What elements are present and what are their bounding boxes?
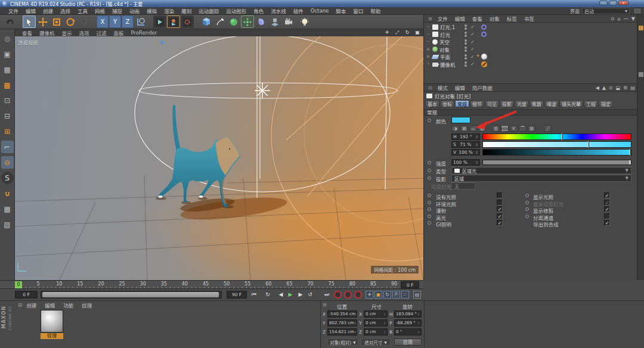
om-menu-item[interactable]: 文件 <box>434 15 451 22</box>
next-frame-button[interactable]: ▶ <box>296 290 305 299</box>
enable-check[interactable]: ✓ <box>470 54 475 60</box>
am-back-icon[interactable]: ◀ <box>596 85 599 91</box>
lock-x-axis[interactable]: X <box>97 15 109 28</box>
dock-icon[interactable] <box>639 26 643 30</box>
am-gear-icon[interactable]: ⚙ <box>623 85 627 91</box>
viewport-menu-item[interactable]: 查看 <box>18 29 36 36</box>
menu-item[interactable]: 文件 <box>5 7 22 14</box>
intensity-field[interactable]: 100 %⇕ <box>451 159 480 166</box>
material-menu-item[interactable]: 纹理 <box>78 302 96 309</box>
keyframe-selection-button[interactable] <box>354 291 362 299</box>
am-up-icon[interactable]: ▲ <box>602 85 606 91</box>
compact-mode-icon[interactable]: ▧ <box>528 125 535 132</box>
visibility-dots[interactable] <box>464 24 467 30</box>
om-menu-item[interactable]: 查看 <box>469 15 486 22</box>
om-menu-item[interactable]: 编辑 <box>451 15 469 22</box>
play-button[interactable]: ▶ <box>286 290 295 299</box>
position-y-field[interactable]: 802.783 cm⇕ <box>327 319 357 327</box>
shadow-dropdown[interactable]: 区域▼ <box>451 175 631 182</box>
render-view-button[interactable] <box>153 15 166 28</box>
camera-menu[interactable] <box>282 15 295 28</box>
hsv-gradient-slider[interactable] <box>482 141 631 148</box>
toggle-view-icon[interactable]: ▣ <box>414 30 421 35</box>
render-picture-viewer-button[interactable] <box>167 15 180 28</box>
key-pla-toggle[interactable]: ∷ <box>401 291 409 299</box>
viewport-menu-item[interactable]: ProRender <box>128 30 161 36</box>
object-tag[interactable] <box>481 24 487 30</box>
lock-z-axis[interactable]: Z <box>122 15 134 28</box>
checkbox[interactable]: ✓ <box>604 200 610 206</box>
checkbox[interactable] <box>497 200 503 206</box>
mix-mode-icon[interactable]: ▔ <box>519 125 527 132</box>
hsv-value-field[interactable]: S71 %⇕ <box>451 141 480 148</box>
visibility-dots[interactable] <box>464 31 467 38</box>
om-search-icon[interactable]: ⊙ <box>611 16 615 21</box>
checkbox[interactable] <box>497 192 503 198</box>
points-mode-button[interactable]: ⊟ <box>1 110 14 122</box>
checkbox[interactable]: ✓ <box>497 206 503 212</box>
size-x-field[interactable]: 0 cm⇕ <box>364 310 388 318</box>
material-menu-item[interactable]: 创建 <box>22 302 41 309</box>
live-selection-tool[interactable] <box>23 15 36 28</box>
om-menu-item[interactable]: 标签 <box>503 15 521 22</box>
enable-check[interactable]: ✓ <box>470 32 475 37</box>
size-y-field[interactable]: 0 cm⇕ <box>364 319 388 327</box>
render-region-tool[interactable]: ◍ <box>1 32 14 45</box>
workplane-mode-button[interactable]: ⊡ <box>1 94 14 107</box>
anim-dot[interactable] <box>428 119 431 122</box>
coord-mode-dropdown[interactable]: 对象(相对)▼ <box>327 338 358 346</box>
layout-dropdown[interactable]: 启动▾ <box>582 8 630 14</box>
attribute-tab[interactable]: 指定 <box>599 100 613 107</box>
position-x-field[interactable]: -540.354 cm⇕ <box>327 310 357 318</box>
end-frame-field[interactable]: 90 F <box>227 291 247 299</box>
hsv-gradient-slider[interactable] <box>482 149 631 156</box>
checkbox[interactable]: ✓ <box>604 220 610 226</box>
menu-item[interactable]: 创建 <box>39 7 57 14</box>
am-menu-item[interactable]: 模式 <box>434 84 451 91</box>
panel-icon[interactable]: ⊞ <box>18 302 22 308</box>
make-editable-button[interactable]: ▣ <box>1 48 14 60</box>
workplane-rotate-button[interactable]: ▧ <box>1 218 14 231</box>
menu-item[interactable]: 编辑 <box>22 7 39 14</box>
checkbox[interactable]: ✓ <box>604 206 610 212</box>
color-wheel-icon[interactable]: ◑ <box>451 125 459 132</box>
timeline-range-slider[interactable] <box>41 291 222 299</box>
om-filter-icon[interactable]: — <box>624 16 628 21</box>
menu-item[interactable]: 模拟 <box>143 7 160 14</box>
pan-view-icon[interactable]: ✛ <box>383 30 391 35</box>
om-home-icon[interactable]: ⌂ <box>618 16 621 21</box>
enable-check[interactable]: ✓ <box>470 46 475 52</box>
palette-icon[interactable] <box>633 8 642 14</box>
menu-item[interactable]: 工具 <box>74 7 91 14</box>
move-tool[interactable] <box>36 15 49 28</box>
enable-axis-button[interactable]: ⌐ <box>1 141 14 153</box>
texture-mode-button[interactable]: ▩ <box>1 79 14 91</box>
object-row[interactable]: ⊕ 对象 ✓ <box>424 46 637 54</box>
object-tag[interactable] <box>481 32 487 37</box>
hsv-value-field[interactable]: H192 °⇕ <box>451 133 480 140</box>
visibility-dots[interactable] <box>464 61 467 67</box>
om-up-icon[interactable]: ▼ <box>631 16 635 21</box>
checkbox[interactable] <box>604 213 610 219</box>
menu-item[interactable]: 窗口 <box>349 7 367 14</box>
menu-item[interactable]: Octane <box>307 8 333 14</box>
panel-icon[interactable]: ⊟ <box>426 85 434 91</box>
undo-button[interactable] <box>4 15 17 28</box>
record-keyframe-button[interactable] <box>334 291 342 299</box>
goto-start-button[interactable]: ⏮ <box>249 290 259 299</box>
attribute-tab[interactable]: 镜头光晕 <box>559 100 583 107</box>
menu-item[interactable]: 渲染 <box>160 7 178 14</box>
snap-s-button[interactable]: S <box>1 172 14 184</box>
visibility-dots[interactable] <box>464 54 467 60</box>
hsv-value-field[interactable]: V100 %⇕ <box>451 149 480 156</box>
menu-item[interactable]: 插件 <box>290 7 307 14</box>
menu-item[interactable]: 动画 <box>126 7 143 14</box>
polygons-mode-button[interactable]: ⊞ <box>1 125 14 138</box>
size-z-field[interactable]: 0 cm⇕ <box>364 328 388 335</box>
rotation-p-field[interactable]: -68.269 °⇕ <box>394 319 422 327</box>
eyedropper-icon[interactable]: ╱ <box>544 125 552 132</box>
minimize-button[interactable]: — <box>599 1 608 5</box>
viewport-menu-item[interactable]: 过滤 <box>93 29 110 36</box>
attribute-tab[interactable]: 噪波 <box>544 100 559 107</box>
light-type-dropdown[interactable]: 区域光▼ <box>451 167 631 174</box>
